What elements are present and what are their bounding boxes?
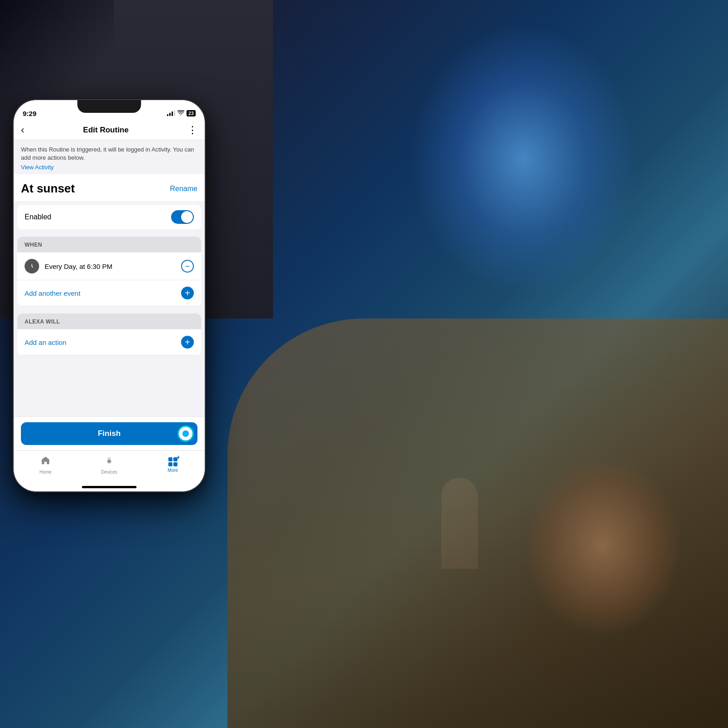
tab-more-label: More — [168, 468, 178, 473]
status-icons: 23 — [167, 110, 196, 117]
remove-schedule-button[interactable]: − — [181, 260, 194, 273]
schedule-text: Every Day, at 6:30 PM — [45, 263, 112, 270]
back-button[interactable]: ‹ — [21, 124, 24, 136]
routine-name: At sunset — [21, 182, 75, 196]
rename-button[interactable]: Rename — [170, 185, 197, 193]
alexa-will-section: ALEXA WILL Add an action + — [17, 313, 201, 355]
alexa-section-header: ALEXA WILL — [17, 313, 201, 329]
schedule-item-left: Every Day, at 6:30 PM — [25, 259, 112, 273]
when-section-header: WHEN — [17, 237, 201, 252]
info-banner-text: When this Routine is triggered, it will … — [21, 146, 197, 162]
signal-icon — [167, 111, 175, 116]
wifi-icon — [177, 110, 184, 117]
tab-devices-label: Devices — [101, 470, 117, 475]
schedule-icon — [25, 259, 39, 273]
enabled-toggle[interactable] — [171, 210, 194, 224]
phone-screen: 9:29 — [14, 100, 205, 491]
info-banner: When this Routine is triggered, it will … — [14, 140, 205, 174]
home-icon — [40, 455, 51, 468]
enabled-label: Enabled — [25, 213, 51, 221]
phone-notch — [77, 100, 141, 113]
finish-button-text: Finish — [98, 429, 121, 438]
routine-name-section: At sunset Rename — [14, 174, 205, 201]
page-title: Edit Routine — [83, 126, 129, 135]
svg-point-2 — [108, 458, 110, 460]
add-event-item[interactable]: Add another event + — [17, 280, 201, 306]
more-options-button[interactable]: ⋮ — [187, 125, 197, 135]
when-header-text: WHEN — [25, 242, 42, 248]
when-section: WHEN Every Day, at 6:30 PM — [17, 237, 201, 306]
add-action-item[interactable]: Add an action + — [17, 329, 201, 355]
alexa-header-text: ALEXA WILL — [25, 318, 60, 325]
scroll-content: When this Routine is triggered, it will … — [14, 140, 205, 416]
alexa-orb — [177, 425, 194, 442]
devices-icon — [104, 455, 114, 468]
add-event-text: Add another event — [25, 289, 81, 297]
battery-icon: 23 — [187, 110, 196, 116]
toggle-knob — [181, 211, 193, 223]
bg-blue-glow — [410, 23, 637, 296]
alexa-orb-inner — [182, 430, 189, 437]
home-indicator — [14, 482, 205, 491]
bottom-section: Finish — [14, 416, 205, 450]
tab-home[interactable]: Home — [14, 455, 77, 475]
add-event-button[interactable]: + — [181, 287, 194, 299]
view-activity-link[interactable]: View Activity — [21, 164, 197, 171]
schedule-item[interactable]: Every Day, at 6:30 PM − — [17, 253, 201, 280]
phone-wrapper: 9:29 — [14, 100, 205, 491]
phone-frame: 9:29 — [14, 100, 205, 491]
tab-devices[interactable]: Devices — [77, 455, 141, 475]
home-bar — [82, 486, 136, 488]
enabled-toggle-section: Enabled — [17, 205, 201, 229]
tab-more[interactable]: + More — [141, 457, 205, 473]
more-icon: + — [168, 457, 177, 466]
status-time: 9:29 — [23, 110, 36, 117]
tab-home-label: Home — [40, 470, 52, 475]
add-action-button[interactable]: + — [181, 336, 194, 349]
bottom-spacer — [14, 363, 205, 372]
tab-bar: Home Devices — [14, 450, 205, 482]
nav-header: ‹ Edit Routine ⋮ — [14, 120, 205, 140]
add-action-text: Add an action — [25, 339, 66, 346]
bg-person-body — [523, 455, 682, 637]
finish-button[interactable]: Finish — [21, 422, 197, 445]
